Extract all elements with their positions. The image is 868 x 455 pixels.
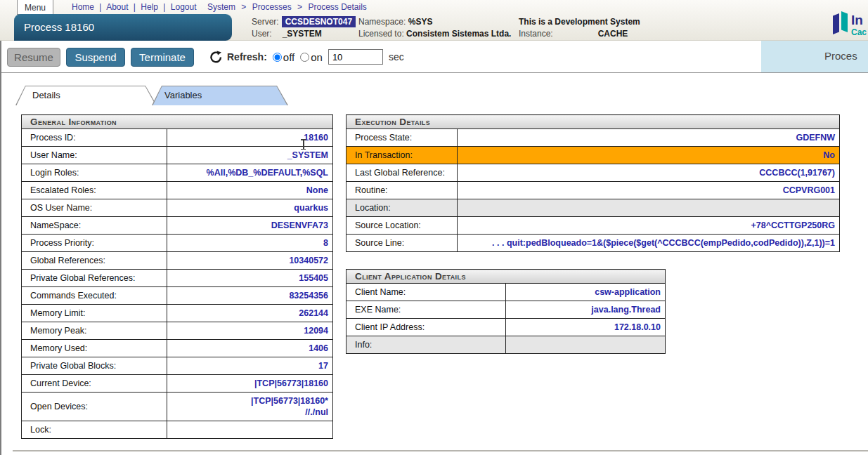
row-value: +78^CCTTGP250RG xyxy=(457,217,839,235)
row-label: Process ID: xyxy=(22,129,167,147)
dev-system-notice: This is a Development System xyxy=(519,17,640,27)
row-label: Client Name: xyxy=(346,284,506,301)
general-info-title: General Information xyxy=(22,115,333,129)
row-value: CCPVRG001 xyxy=(457,182,839,199)
row-value: DESENVFA73 xyxy=(167,217,332,235)
user-value: _SYSTEM xyxy=(283,29,322,39)
row-label: Last Global Reference: xyxy=(346,164,458,182)
client-app-details-table: Client Application Details Client Name:c… xyxy=(346,269,666,354)
table-row: Process Priority:8 xyxy=(22,235,333,252)
refresh-label: Refresh: xyxy=(227,51,267,62)
link-separator: | xyxy=(163,2,165,12)
server-info: Server:CCSDESNOT047 xyxy=(252,17,356,27)
table-row: Source Line:. . . quit:pedBloqueado=1&($… xyxy=(346,235,840,252)
logo-mark-teal xyxy=(841,11,848,32)
user-info: User:_SYSTEM xyxy=(252,29,322,39)
logo-mark-navy xyxy=(833,13,839,34)
tab-variables[interactable]: Variables xyxy=(152,86,288,105)
logo-text-bottom: Cac xyxy=(851,27,867,37)
row-value: GDEFNW xyxy=(457,129,839,147)
open-devices-line1: |TCP|56773|18160* xyxy=(176,395,328,407)
row-value: 10340572 xyxy=(167,252,332,270)
pane-title-text: Proces xyxy=(824,50,857,62)
row-label: Client IP Address: xyxy=(346,319,506,336)
namespace-label: Namespace: xyxy=(358,17,406,27)
row-value xyxy=(167,421,332,439)
row-label: Global References: xyxy=(22,252,167,270)
terminate-button[interactable]: Terminate xyxy=(131,48,194,67)
row-value: 262144 xyxy=(167,305,332,322)
refresh-on-radio[interactable] xyxy=(300,53,309,62)
table-title-row: Execution Details xyxy=(346,115,840,129)
row-label: Open Devices: xyxy=(22,393,167,421)
client-app-details-title: Client Application Details xyxy=(346,270,666,284)
table-row: Memory Peak:12094 xyxy=(22,322,333,340)
about-link[interactable]: About xyxy=(106,2,128,12)
user-label: User: xyxy=(252,29,272,39)
licensed-value: Consistem Sistemas Ltda. xyxy=(406,29,511,39)
table-row: EXE Name:java.lang.Thread xyxy=(346,301,666,319)
row-value: java.lang.Thread xyxy=(506,301,666,319)
row-value xyxy=(506,336,666,354)
toolbar: Resume Suspend Terminate Refresh: off on xyxy=(1,41,868,73)
row-value: quarkus xyxy=(167,199,332,217)
logo-text-top: In xyxy=(851,13,863,28)
table-row: Process ID:18160 xyxy=(22,129,333,147)
table-row: Commands Executed:83254356 xyxy=(22,287,333,305)
table-row: Memory Used:1406 xyxy=(22,340,333,357)
row-value: |TCP|56773|18160* //./nul xyxy=(167,393,332,421)
row-label: Info: xyxy=(346,336,506,354)
row-label: NameSpace: xyxy=(22,217,167,235)
table-row: Lock: xyxy=(22,421,333,439)
refresh-off-radio[interactable] xyxy=(273,53,282,62)
table-row: NameSpace:DESENVFA73 xyxy=(22,217,333,235)
refresh-off-option[interactable]: off xyxy=(273,51,294,63)
suspend-button[interactable]: Suspend xyxy=(66,48,125,67)
pane-title-box: Proces xyxy=(761,41,868,72)
table-row: Source Location:+78^CCTTGP250RG xyxy=(346,217,840,235)
row-label: Escalated Roles: xyxy=(22,182,167,199)
tab-variables-label: Variables xyxy=(164,90,202,100)
refresh-on-option[interactable]: on xyxy=(300,51,323,63)
link-separator: | xyxy=(134,2,136,12)
breadcrumb-processes[interactable]: Processes xyxy=(252,2,292,12)
tab-details[interactable]: Details xyxy=(15,86,157,105)
logout-link[interactable]: Logout xyxy=(171,2,197,12)
server-value-badge: CCSDESNOT047 xyxy=(282,16,356,27)
row-label: Location: xyxy=(346,199,458,217)
refresh-on-label: on xyxy=(311,51,323,63)
table-row: Location: xyxy=(346,199,840,217)
row-label: Source Line: xyxy=(346,235,458,252)
table-row: Open Devices: |TCP|56773|18160* //./nul xyxy=(22,393,333,421)
namespace-value: %SYS xyxy=(408,17,433,27)
refresh-unit-label: sec xyxy=(389,51,404,62)
breadcrumb-current: Process Details xyxy=(308,2,366,12)
breadcrumb-system[interactable]: System xyxy=(207,2,235,12)
row-label: Source Location: xyxy=(346,217,458,235)
bottom-divider xyxy=(13,450,868,451)
execution-details-title: Execution Details xyxy=(346,115,840,129)
content-area: Details Variables General Information Pr… xyxy=(1,74,868,455)
execution-details-table: Execution Details Process State:GDEFNW I… xyxy=(346,114,840,252)
table-row: OS User Name:quarkus xyxy=(22,199,333,217)
home-link[interactable]: Home xyxy=(72,2,94,12)
table-row-highlighted: In Transaction:No xyxy=(346,147,840,164)
refresh-controls: Refresh: off on sec xyxy=(209,49,404,65)
table-row: Client IP Address:172.18.0.10 xyxy=(346,319,666,336)
table-row: Process State:GDEFNW xyxy=(346,129,840,147)
row-value: 17 xyxy=(167,357,332,375)
link-separator: | xyxy=(99,2,101,12)
help-link[interactable]: Help xyxy=(141,2,158,12)
row-value: 8 xyxy=(167,235,332,252)
row-value: 155405 xyxy=(167,270,332,287)
row-label: Process Priority: xyxy=(22,235,167,252)
refresh-interval-input[interactable] xyxy=(328,49,383,65)
row-label: Login Roles: xyxy=(22,164,167,182)
top-nav-links: Home | About | Help | Logout xyxy=(72,2,197,12)
resume-button[interactable]: Resume xyxy=(7,48,60,67)
menu-button[interactable]: Menu xyxy=(17,0,53,15)
row-label: In Transaction: xyxy=(346,147,458,164)
table-row: Routine:CCPVRG001 xyxy=(346,182,840,199)
breadcrumb: System > Processes > Process Details xyxy=(207,2,367,12)
table-title-row: Client Application Details xyxy=(346,270,666,284)
